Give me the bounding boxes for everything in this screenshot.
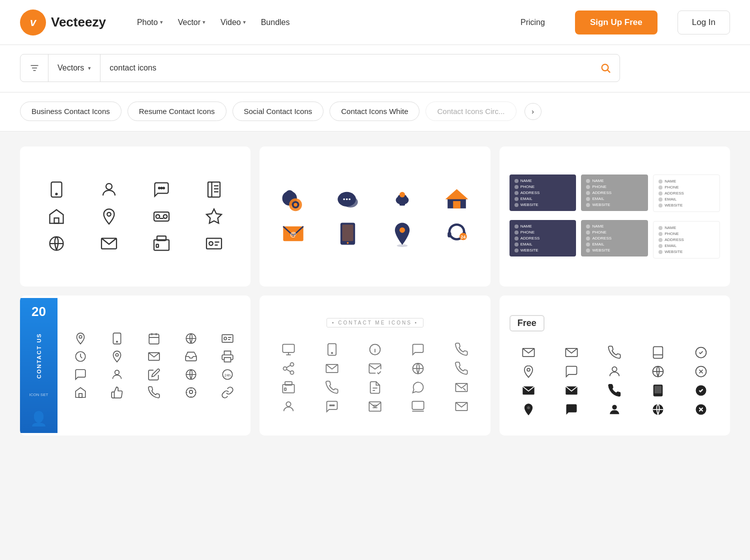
svg-point-9 xyxy=(161,188,162,189)
cm-globe3-icon xyxy=(399,362,437,376)
svg-point-38 xyxy=(343,196,358,208)
result-card-1[interactable] xyxy=(20,146,250,286)
fi-person-icon xyxy=(596,364,634,378)
svg-point-82 xyxy=(186,388,196,398)
nav-video[interactable]: Video ▾ xyxy=(214,14,252,31)
cs-location2-icon xyxy=(102,350,134,363)
outline-icons-grid xyxy=(30,176,240,258)
fi-tablet-filled-icon xyxy=(638,384,676,398)
flat-support-icon xyxy=(270,186,317,213)
fi-chat-icon xyxy=(552,364,590,378)
chip-resume-contact[interactable]: Resume Contact Icons xyxy=(128,102,226,121)
logo-text: Vecteezy xyxy=(51,14,106,30)
nav-vector[interactable]: Vector ▾ xyxy=(172,14,212,31)
flat-chat-icon xyxy=(324,186,372,213)
svg-point-3 xyxy=(602,64,608,71)
svg-point-44 xyxy=(400,192,405,198)
cs-inbox-icon xyxy=(175,350,207,363)
result-card-6[interactable]: Free xyxy=(500,296,730,436)
cs-landline-icon xyxy=(138,386,170,399)
main-content: @ xyxy=(0,132,750,450)
cm-chat4-icon xyxy=(313,400,351,414)
contact-me-grid xyxy=(270,342,480,414)
icon-vcard xyxy=(192,234,236,252)
svg-point-77 xyxy=(115,370,120,374)
contact-block-dark-2: NAME PHONE ADDRESS EMAIL WEBSITE xyxy=(510,220,576,256)
svg-point-54 xyxy=(400,228,405,233)
contact-block-gray-2: NAME PHONE ADDRESS EMAIL WEBSITE xyxy=(581,220,648,256)
fi-check-filled-icon xyxy=(682,384,720,398)
chip-contact-white[interactable]: Contact Icons White xyxy=(330,102,420,121)
search-input[interactable] xyxy=(100,54,592,82)
svg-rect-81 xyxy=(79,394,82,398)
cm-chat3-icon xyxy=(399,342,437,356)
chips-next-arrow[interactable]: › xyxy=(524,103,542,120)
filter-button[interactable] xyxy=(20,54,48,82)
result-card-3[interactable]: NAME PHONE ADDRESS EMAIL WEBSITE NAME PH… xyxy=(500,146,730,286)
icon-mail xyxy=(88,234,131,252)
cm-phone2-icon xyxy=(313,342,351,356)
category-dropdown[interactable]: Vectors ▾ xyxy=(48,54,100,82)
cs-printer-icon xyxy=(212,350,244,363)
cm-open-mail-icon xyxy=(356,362,394,376)
cm-phone3-icon xyxy=(442,362,480,376)
svg-point-121 xyxy=(612,366,617,371)
login-button[interactable]: Log In xyxy=(678,10,730,34)
flat-icons-grid: @ xyxy=(270,186,480,248)
fi-call-filled-icon xyxy=(596,384,634,398)
fi-x-filled-icon xyxy=(682,402,720,416)
nav-bundles[interactable]: Bundles xyxy=(255,14,296,31)
svg-point-70 xyxy=(224,337,226,340)
svg-rect-57 xyxy=(448,232,451,238)
chip-social-contact[interactable]: Social Contact Icons xyxy=(232,102,324,121)
fi-tablet-icon xyxy=(638,346,676,360)
pricing-button[interactable]: Pricing xyxy=(510,14,555,31)
flat-tablet-icon xyxy=(324,220,372,248)
result-card-2[interactable]: @ xyxy=(260,146,490,286)
flat-headset-icon: 24 xyxy=(433,220,480,248)
svg-rect-64 xyxy=(149,334,159,344)
nav-photo[interactable]: Photo ▾ xyxy=(131,14,169,31)
svg-line-95 xyxy=(286,366,290,368)
svg-point-63 xyxy=(116,341,118,342)
contact-me-label: • CONTACT ME ICONS • xyxy=(326,318,424,328)
svg-point-74 xyxy=(116,354,118,356)
svg-point-132 xyxy=(612,404,617,409)
result-card-5[interactable]: • CONTACT ME ICONS • xyxy=(260,296,490,436)
chip-contact-circle[interactable]: Contact Icons Circ... xyxy=(426,102,516,121)
svg-point-55 xyxy=(396,244,408,248)
logo-link[interactable]: v Vecteezy xyxy=(20,10,106,36)
icon-person xyxy=(88,180,131,198)
cs-home2-icon xyxy=(64,386,96,399)
signup-button[interactable]: Sign Up Free xyxy=(575,10,658,34)
fi-mail-icon xyxy=(510,346,548,360)
cm-forward-icon xyxy=(442,380,480,394)
svg-point-8 xyxy=(158,188,160,189)
cm-doc-icon xyxy=(356,380,394,394)
cs-calendar-icon xyxy=(138,332,170,345)
fi-call-icon xyxy=(596,346,634,360)
svg-marker-22 xyxy=(206,209,222,224)
svg-point-61 xyxy=(79,336,82,338)
result-card-4[interactable]: 20 CONTACT US ICON SET 👤 xyxy=(20,296,250,436)
icon-fax xyxy=(140,234,184,252)
svg-point-19 xyxy=(156,214,160,218)
cs-person2-icon xyxy=(102,368,134,381)
icon-star xyxy=(192,208,236,226)
svg-text:@: @ xyxy=(290,230,296,238)
svg-point-53 xyxy=(347,242,349,244)
cs-link-icon xyxy=(212,386,244,399)
free-icons-grid xyxy=(510,346,720,416)
cm-newsletter-icon xyxy=(356,400,394,414)
svg-point-39 xyxy=(343,198,345,200)
fi-location-icon xyxy=(510,364,548,378)
search-button[interactable] xyxy=(592,54,620,82)
contact-me-content: • CONTACT ME ICONS • xyxy=(270,318,480,414)
svg-point-40 xyxy=(346,198,348,200)
fi-location-filled-icon xyxy=(510,402,548,416)
svg-point-93 xyxy=(290,371,294,374)
chevron-down-icon: ▾ xyxy=(243,19,246,26)
cs-support2-icon xyxy=(175,386,207,399)
svg-text:24: 24 xyxy=(460,234,466,240)
chip-business-contact[interactable]: Business Contact Icons xyxy=(20,102,122,121)
